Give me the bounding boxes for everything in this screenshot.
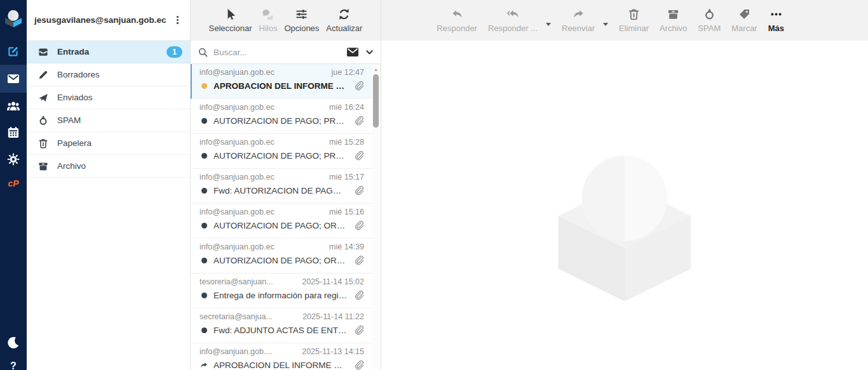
inbox-icon (37, 46, 49, 58)
scroll-up-icon[interactable]: ▲ (372, 67, 380, 72)
content-pane: ResponderResponder ...ReenviarEliminarAr… (381, 0, 868, 370)
archive-button[interactable]: Archivo (660, 8, 687, 33)
flagged-dot-icon (200, 83, 208, 89)
message-row[interactable]: info@sanjuan.gob.ecmié 15:16AUTORIZACION… (191, 204, 381, 239)
message-date: mié 16:24 (329, 103, 364, 112)
fire-icon (37, 115, 49, 126)
webmail-app: cP ? jesusgavilanes@sanjuan.gob.ec Entra… (0, 0, 868, 370)
message-subject-line: AUTORIZACION DE PAGO; PROCE... (200, 115, 364, 126)
message-header-line: info@sanjuan.gob....2025-11-13 14:15 (200, 347, 364, 356)
toolbar-label: Responder (437, 23, 477, 33)
message-subject-line: Fwd: ADJUNTO ACTAS DE ENTRE... (200, 324, 364, 336)
folder-item-entrada[interactable]: Entrada1 (27, 41, 190, 63)
message-row[interactable]: info@sanjuan.gob.ecjue 12:47APROBACION D… (191, 64, 381, 99)
dropdown-caret-icon[interactable] (603, 23, 608, 26)
envelope-icon (346, 45, 360, 59)
toolbar-label: Seleccionar (209, 23, 252, 33)
more-button[interactable]: Más (768, 8, 784, 33)
message-header-line: info@sanjuan.gob.ecmié 15:28 (200, 138, 364, 147)
mark-button[interactable]: Marcar (731, 8, 757, 33)
compose-icon[interactable] (0, 38, 27, 65)
message-sender: info@sanjuan.gob.ec (200, 68, 275, 77)
message-subject: Fwd: ADJUNTO ACTAS DE ENTRE... (214, 326, 348, 335)
search-bar (191, 41, 381, 64)
contacts-icon[interactable] (0, 93, 27, 119)
spam-button[interactable]: SPAM (698, 8, 721, 33)
message-row[interactable]: info@sanjuan.gob.ecmié 16:24AUTORIZACION… (191, 99, 381, 134)
folder-item-spam[interactable]: SPAM (27, 109, 190, 132)
trash-icon (627, 8, 641, 21)
threads-button[interactable]: Hilos (259, 8, 278, 33)
folder-label: SPAM (57, 116, 182, 125)
search-input[interactable] (214, 48, 341, 57)
message-sender: info@sanjuan.gob.ec (200, 208, 275, 216)
message-sender: info@sanjuan.gob.ec (200, 173, 275, 182)
toolbar-label: Opciones (284, 23, 319, 33)
icon-rail: cP ? (0, 0, 27, 370)
calendar-icon[interactable] (0, 119, 27, 146)
message-sender: info@sanjuan.gob.... (200, 347, 273, 356)
options-button[interactable]: Opciones (284, 8, 319, 33)
moon-icon[interactable] (0, 329, 27, 357)
mail-icon[interactable] (0, 65, 27, 93)
list-scrollbar[interactable]: ▲ (372, 65, 380, 369)
search-expand-button[interactable] (365, 48, 374, 57)
scrollbar-thumb[interactable] (373, 74, 379, 128)
roundcube-logo (0, 4, 27, 32)
search-scope-button[interactable] (346, 45, 360, 59)
message-row[interactable]: info@sanjuan.gob.ecmié 15:17Fwd: AUTORIZ… (191, 169, 381, 204)
folder-item-borradores[interactable]: Borradores (27, 63, 190, 86)
paperclip-icon (353, 254, 364, 266)
message-subject-line: Entrega de información para regis... (200, 289, 364, 301)
message-row[interactable]: secretaria@sanjua...2025-11-14 11:22Fwd:… (191, 308, 381, 343)
message-date: mié 14:39 (329, 242, 364, 251)
toolbar-label: Archivo (660, 23, 687, 33)
account-email: jesusgavilanes@sanjuan.gob.ec (34, 15, 166, 25)
gear-icon[interactable] (0, 146, 27, 173)
reply-button[interactable]: Responder (437, 8, 477, 33)
message-sender: info@sanjuan.gob.ec (200, 103, 275, 112)
cpanel-icon[interactable]: cP (0, 173, 27, 194)
dropdown-caret-icon[interactable] (546, 23, 551, 26)
message-date: mié 15:16 (329, 208, 364, 216)
message-row[interactable]: info@sanjuan.gob.ecmié 15:28AUTORIZACION… (191, 134, 381, 169)
message-header-line: tesoreria@sanjuan...2025-11-14 15:02 (200, 277, 364, 286)
account-menu-button[interactable] (170, 13, 186, 28)
paperclip-icon (353, 289, 364, 301)
dots-icon (770, 8, 783, 21)
message-row[interactable]: info@sanjuan.gob....2025-11-13 14:15APRO… (191, 343, 381, 370)
refresh-button[interactable]: Actualizar (326, 8, 362, 33)
toolbar-label: Eliminar (619, 23, 649, 33)
toolbar-label: Hilos (259, 23, 278, 33)
message-subject-line: APROBACION DEL INFORME DE ... (200, 80, 364, 91)
message-list-pane: SeleccionarHilosOpcionesActualizar info@… (191, 0, 381, 370)
message-date: mié 15:28 (329, 138, 364, 147)
unread-dot-icon (200, 327, 208, 333)
paperclip-icon (353, 359, 364, 370)
delete-button[interactable]: Eliminar (619, 8, 649, 33)
select-button[interactable]: Seleccionar (209, 8, 252, 33)
reply-all-button[interactable]: Responder ... (488, 8, 538, 33)
folder-item-enviados[interactable]: Enviados (27, 86, 190, 109)
reply-icon (451, 8, 464, 21)
folder-item-papelera[interactable]: Papelera (27, 132, 190, 155)
help-icon[interactable]: ? (0, 357, 27, 370)
message-row[interactable]: tesoreria@sanjuan...2025-11-14 15:02Entr… (191, 274, 381, 308)
folder-label: Archivo (57, 161, 182, 171)
unread-dot-icon (200, 188, 208, 194)
archive-icon (667, 8, 680, 21)
message-row[interactable]: info@sanjuan.gob.ecmié 14:39AUTORIZACION… (191, 239, 381, 274)
message-subject-line: AUTORIZACION DE PAGO; ORDEN... (200, 254, 364, 266)
fire-icon (703, 8, 716, 21)
unread-dot-icon (200, 293, 208, 298)
paperclip-icon (353, 80, 364, 91)
message-subject-line: APROBACION DEL INFORME DE ... (200, 359, 364, 370)
roundcube-watermark (551, 145, 698, 304)
message-date: jue 12:47 (332, 68, 364, 77)
message-subject: AUTORIZACION DE PAGO; PROCE... (214, 116, 348, 126)
message-header-line: info@sanjuan.gob.ecmié 15:17 (200, 173, 364, 182)
forward-button[interactable]: Reenviar (562, 8, 595, 33)
message-subject: APROBACION DEL INFORME DE ... (214, 360, 348, 370)
message-subject-line: Fwd: AUTORIZACION DE PAGO; O... (200, 185, 364, 196)
folder-item-archivo[interactable]: Archivo (27, 155, 190, 178)
